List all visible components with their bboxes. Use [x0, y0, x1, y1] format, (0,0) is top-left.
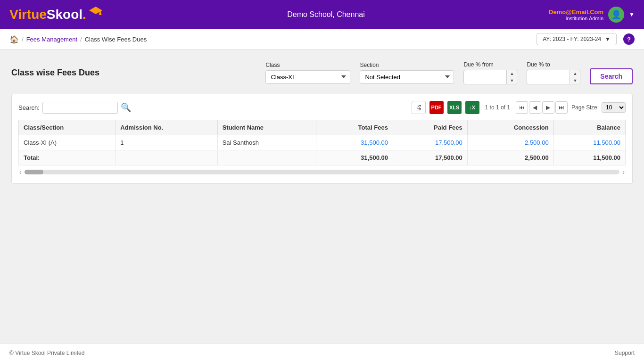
total-concession: 2,500.00 [467, 150, 553, 165]
col-total-fees: Total Fees [316, 120, 393, 135]
toolbar-right: 🖨 PDF XLS ↓X 1 to 1 of 1 ⏮ ◀ ▶ ⏭ [412, 101, 626, 114]
cell-admission-no: 1 [116, 135, 217, 150]
header-row: Class/Section Admission No. Student Name… [19, 120, 626, 135]
prev-page-button[interactable]: ◀ [529, 101, 541, 114]
header-right: Demo@Email.Com Institution Admin 👤 ▼ [549, 7, 635, 23]
table-header: Class/Section Admission No. Student Name… [19, 120, 626, 135]
support-link[interactable]: Support [615, 350, 635, 356]
due-from-increment[interactable]: ▲ [507, 70, 517, 77]
paid-fees-link[interactable]: 17,500.00 [435, 139, 462, 146]
due-from-input[interactable] [464, 71, 506, 83]
col-balance: Balance [553, 120, 625, 135]
page-size-select[interactable]: 10 25 50 100 [602, 102, 626, 113]
ay-selector[interactable]: AY: 2023 - FY: 2023-24 ▼ [537, 33, 617, 45]
total-row: Total: 31,500.00 17,500.00 2,500.00 11,5… [19, 150, 626, 165]
scroll-left-icon[interactable]: ‹ [18, 168, 23, 176]
search-label: Search: [18, 104, 40, 111]
due-to-filter-group: Due % to ▲ ▼ [527, 61, 580, 84]
total-empty-1 [116, 150, 217, 165]
page-nav: ⏮ ◀ ▶ ⏭ [516, 101, 568, 114]
class-label: Class [265, 62, 350, 68]
balance-link[interactable]: 11,500.00 [593, 139, 620, 146]
cell-student-name: Sai Santhosh [217, 135, 316, 150]
due-to-input[interactable] [527, 71, 570, 83]
search-area: Search: 🔍 [18, 102, 131, 114]
due-from-filter-group: Due % from ▲ ▼ [463, 61, 517, 84]
cell-balance[interactable]: 11,500.00 [553, 135, 625, 150]
due-from-label: Due % from [463, 61, 517, 68]
avatar[interactable]: 👤 [608, 7, 624, 23]
total-fees-link[interactable]: 31,500.00 [361, 139, 388, 146]
due-from-spinner: ▲ ▼ [463, 70, 517, 84]
col-paid-fees: Paid Fees [393, 120, 467, 135]
print-button[interactable]: 🖨 [412, 101, 426, 114]
due-from-decrement[interactable]: ▼ [507, 77, 517, 84]
due-to-increment[interactable]: ▲ [570, 70, 580, 77]
logo: VirtueSkool. [9, 6, 103, 24]
breadcrumb-fees-management[interactable]: Fees Management [26, 36, 77, 43]
search-icon-button[interactable]: 🔍 [121, 102, 131, 113]
excel-button[interactable]: XLS [447, 101, 462, 114]
ay-label: AY: 2023 - FY: 2023-24 [543, 36, 601, 42]
due-to-decrement[interactable]: ▼ [570, 77, 580, 84]
breadcrumb-sep-2: / [80, 36, 82, 43]
breadcrumb: 🏠 / Fees Management / Class Wise Fees Du… [9, 35, 147, 44]
logo-skool: Skool [47, 7, 83, 22]
table-body: Class-XI (A) 1 Sai Santhosh 31,500.00 17… [19, 135, 626, 165]
total-balance: 11,500.00 [553, 150, 625, 165]
first-page-button[interactable]: ⏮ [516, 101, 528, 114]
excel-icon: XLS [449, 105, 459, 110]
print-icon: 🖨 [415, 104, 422, 111]
breadcrumb-current: Class Wise Fees Dues [85, 36, 147, 43]
user-menu-chevron-icon[interactable]: ▼ [629, 11, 635, 18]
pdf-button[interactable]: PDF [429, 101, 444, 114]
total-total-fees: 31,500.00 [316, 150, 393, 165]
cell-concession[interactable]: 2,500.00 [467, 135, 553, 150]
col-class-section: Class/Section [19, 120, 116, 135]
breadcrumb-sep-1: / [22, 36, 24, 43]
section-select[interactable]: Not Selected [360, 70, 454, 84]
filter-section: Class wise Fees Dues Class Class-XI Sect… [11, 61, 633, 84]
search-button[interactable]: Search [590, 68, 633, 84]
scroll-right-icon[interactable]: › [621, 168, 626, 176]
col-admission-no: Admission No. [116, 120, 217, 135]
logo-text: VirtueSkool. [9, 7, 86, 22]
page-size-label: Page Size: [571, 104, 599, 111]
school-name: Demo School, Chennai [287, 10, 365, 19]
last-page-button[interactable]: ⏭ [555, 101, 568, 114]
footer: © Virtue Skool Private Limited Support [0, 344, 644, 362]
ay-chevron-icon: ▼ [605, 36, 611, 42]
excel-export-button[interactable]: ↓X [465, 101, 479, 114]
pagination-info: 1 to 1 of 1 [485, 104, 510, 111]
due-to-spinner-btns: ▲ ▼ [570, 70, 580, 84]
due-from-spinner-btns: ▲ ▼ [506, 70, 517, 84]
graduation-cap-icon [88, 6, 103, 15]
main-content: Class wise Fees Dues Class Class-XI Sect… [0, 49, 644, 344]
header: VirtueSkool. Demo School, Chennai Demo@E… [0, 0, 644, 29]
scrollbar-track[interactable] [25, 170, 620, 174]
cell-paid-fees[interactable]: 17,500.00 [393, 135, 467, 150]
horizontal-scrollbar[interactable]: ‹ › [18, 165, 626, 177]
cell-class-section: Class-XI (A) [19, 135, 116, 150]
search-magnifier-icon: 🔍 [121, 103, 131, 112]
total-paid-fees: 17,500.00 [393, 150, 467, 165]
table-card: Search: 🔍 🖨 PDF XLS ↓X 1 to [11, 94, 633, 184]
total-label: Total: [19, 150, 116, 165]
section-filter-group: Section Not Selected [360, 62, 454, 84]
class-select[interactable]: Class-XI [265, 70, 350, 84]
svg-point-2 [99, 13, 101, 15]
excel-export-icon: ↓X [469, 105, 475, 110]
logo-dot: . [83, 7, 86, 22]
user-info: Demo@Email.Com Institution Admin [549, 8, 603, 21]
data-table: Class/Section Admission No. Student Name… [18, 120, 626, 165]
concession-link[interactable]: 2,500.00 [525, 139, 549, 146]
cell-total-fees[interactable]: 31,500.00 [316, 135, 393, 150]
scrollbar-thumb[interactable] [25, 170, 43, 174]
home-icon[interactable]: 🏠 [9, 35, 19, 44]
next-page-button[interactable]: ▶ [542, 101, 554, 114]
search-input[interactable] [42, 102, 118, 114]
logo-virtue: Virtue [9, 7, 47, 22]
help-button[interactable]: ? [623, 33, 635, 45]
section-label: Section [360, 62, 454, 68]
col-student-name: Student Name [217, 120, 316, 135]
